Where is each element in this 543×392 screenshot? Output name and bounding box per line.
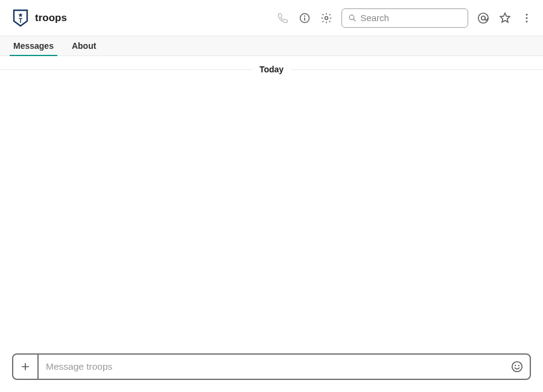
- gear-icon: [320, 12, 332, 24]
- messages-pane: Today: [0, 56, 543, 353]
- star-button[interactable]: [498, 11, 512, 25]
- app-badge: ★ T: [12, 8, 29, 28]
- composer-emoji-button[interactable]: [504, 355, 530, 379]
- date-divider: Today: [0, 65, 543, 74]
- svg-point-8: [478, 13, 489, 23]
- svg-point-6: [349, 14, 354, 19]
- search-box[interactable]: [341, 8, 468, 28]
- svg-line-7: [354, 19, 356, 21]
- channel-name: troops: [35, 12, 67, 24]
- message-input[interactable]: [39, 361, 504, 372]
- header-actions: [276, 8, 533, 28]
- settings-button[interactable]: [320, 11, 333, 25]
- svg-point-16: [515, 365, 516, 366]
- channel-header: ★ T troops: [0, 0, 543, 36]
- composer-add-button[interactable]: [13, 355, 39, 379]
- mentions-button[interactable]: [477, 11, 490, 25]
- date-divider-label: Today: [252, 65, 291, 74]
- info-button[interactable]: [298, 11, 311, 25]
- svg-point-5: [325, 16, 328, 19]
- tab-about[interactable]: About: [71, 37, 97, 55]
- smile-icon: [510, 360, 524, 373]
- svg-point-12: [526, 21, 528, 22]
- plus-icon: [19, 361, 31, 373]
- call-button: [276, 11, 290, 25]
- svg-point-11: [526, 17, 528, 19]
- search-icon: [348, 13, 357, 23]
- svg-point-15: [512, 362, 522, 372]
- info-icon: [299, 12, 311, 24]
- svg-point-9: [481, 16, 485, 19]
- message-composer: [12, 353, 531, 380]
- svg-point-10: [526, 13, 528, 15]
- svg-rect-4: [304, 17, 305, 21]
- svg-point-3: [304, 15, 305, 16]
- composer-area: [0, 353, 543, 392]
- more-vertical-icon: [521, 12, 533, 24]
- phone-icon: [277, 12, 289, 24]
- star-icon: [498, 11, 512, 25]
- tab-messages[interactable]: Messages: [12, 37, 55, 55]
- svg-text:T: T: [19, 17, 22, 24]
- svg-point-17: [518, 365, 519, 366]
- more-button[interactable]: [520, 11, 533, 25]
- channel-tabs: Messages About: [0, 36, 543, 56]
- at-icon: [477, 11, 490, 25]
- search-input[interactable]: [360, 13, 462, 23]
- shield-icon: ★ T: [13, 9, 28, 27]
- app-root: ★ T troops: [0, 0, 543, 392]
